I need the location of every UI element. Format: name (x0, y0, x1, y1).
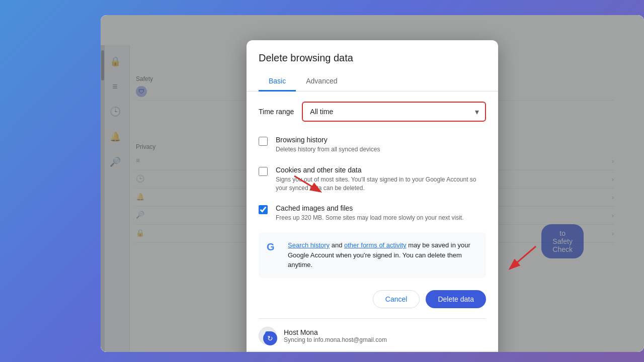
cookies-desc: Signs you out of most sites. You'll stay… (276, 175, 486, 193)
bottom-note: To delete browsing data from this device… (247, 351, 498, 352)
cached-checkbox[interactable] (259, 205, 268, 214)
info-text: Search history and other forms of activi… (288, 240, 478, 270)
checkbox-item-browsing-history: Browsing history Deletes history from al… (247, 130, 498, 160)
cached-text: Cached images and files Frees up 320 MB.… (276, 204, 463, 222)
cookies-label: Cookies and other site data (276, 166, 486, 174)
account-email: Syncing to info.mona.host@gmail.com (284, 336, 387, 343)
browsing-history-desc: Deletes history from all synced devices (276, 145, 380, 154)
checkbox-item-cached: Cached images and files Frees up 320 MB.… (247, 198, 498, 228)
account-info: Host Mona Syncing to info.mona.host@gmai… (284, 328, 387, 343)
info-connector: and (332, 241, 344, 249)
tab-advanced[interactable]: Advanced (296, 72, 347, 92)
delete-data-button[interactable]: Delete data (426, 290, 486, 308)
time-range-row: Time range Last hour Last 24 hours Last … (247, 92, 498, 130)
dialog-title: Delete browsing data (247, 40, 498, 72)
sync-badge: ↻ (263, 331, 277, 345)
cookies-text: Cookies and other site data Signs you ou… (276, 166, 486, 193)
browsing-history-checkbox[interactable] (259, 137, 268, 146)
cancel-button[interactable]: Cancel (373, 290, 420, 308)
google-g-icon: G (267, 241, 281, 255)
dialog-actions: Cancel Delete data (247, 282, 498, 312)
cached-label: Cached images and files (276, 204, 463, 212)
tab-basic[interactable]: Basic (259, 72, 296, 92)
browsing-history-text: Browsing history Deletes history from al… (276, 136, 380, 154)
dialog-tabs: Basic Advanced (247, 72, 498, 92)
time-range-select[interactable]: Last hour Last 24 hours Last 7 days Last… (303, 103, 485, 121)
cookies-checkbox[interactable] (259, 167, 268, 176)
delete-browsing-data-dialog: Delete browsing data Basic Advanced Time… (247, 40, 498, 352)
sync-icon: ↻ (267, 334, 273, 342)
time-range-label: Time range (259, 108, 294, 116)
other-activity-link[interactable]: other forms of activity (344, 241, 407, 249)
cached-desc: Frees up 320 MB. Some sites may load mor… (276, 214, 463, 222)
time-range-select-wrapper: Last hour Last 24 hours Last 7 days Last… (302, 102, 486, 122)
account-section: 👤 ↻ Host Mona Syncing to info.mona.host@… (259, 318, 486, 345)
account-avatar: 👤 ↻ (259, 327, 277, 345)
account-name: Host Mona (284, 328, 387, 336)
search-history-link[interactable]: Search history (288, 241, 330, 249)
google-account-info-box: G Search history and other forms of acti… (259, 232, 486, 278)
checkbox-item-cookies: Cookies and other site data Signs you ou… (247, 160, 498, 199)
browser-window: 🔒 ≡ 🕒 🔔 🔎 Safety 🛡 to Safety Check Priva… (101, 15, 644, 352)
browsing-history-label: Browsing history (276, 136, 380, 144)
